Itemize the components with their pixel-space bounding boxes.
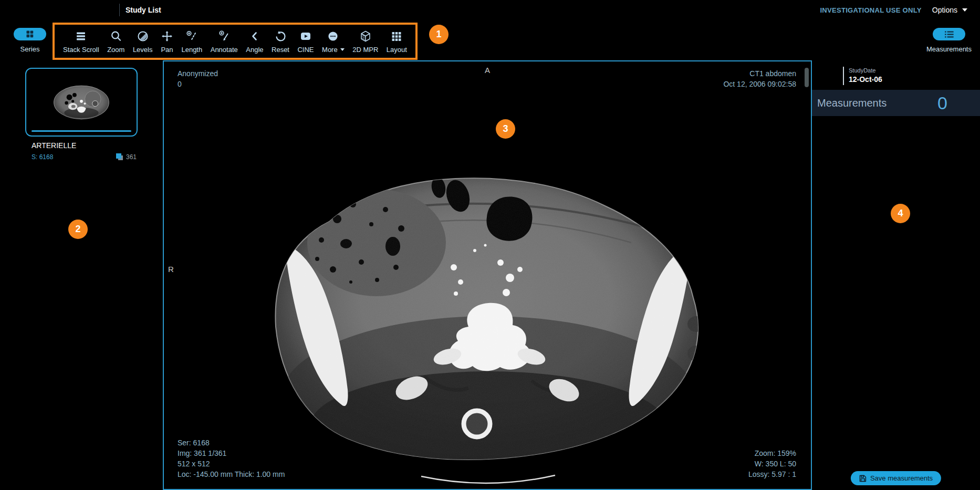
series-number: S: 6168 xyxy=(32,153,53,161)
pan-icon xyxy=(161,29,173,43)
save-measurements-button[interactable]: Save measurements xyxy=(851,471,941,485)
instance-count: 361 xyxy=(126,153,137,161)
series-panel-toggle-button[interactable] xyxy=(14,28,46,40)
series-title: ARTERIELLE xyxy=(23,141,140,150)
tool-label: Zoom xyxy=(107,46,124,54)
viewer-app: Study List INVESTIGATIONAL USE ONLY Opti… xyxy=(0,0,980,490)
study-date-block: StudyDate 12-Oct-06 xyxy=(843,67,980,85)
measurements-panel-toggle-group: Measurements xyxy=(925,28,973,53)
grid-2x2-icon xyxy=(26,30,34,38)
reset-icon xyxy=(274,29,287,43)
save-measurements-label: Save measurements xyxy=(870,474,933,482)
tool-levels[interactable]: Levels xyxy=(133,29,153,54)
more-icon xyxy=(327,29,339,43)
tool-label: Angle xyxy=(246,46,263,54)
main-content: ARTERIELLE S: 6168 361 xyxy=(0,60,980,490)
top-bar: Study List INVESTIGATIONAL USE ONLY Opti… xyxy=(0,0,980,20)
tool-label: Reset xyxy=(272,46,289,54)
tool-label: 2D MPR xyxy=(352,46,378,54)
annotate-icon xyxy=(218,29,231,43)
measurements-panel-toggle-button[interactable] xyxy=(933,28,965,40)
save-icon xyxy=(859,475,867,482)
series-panel-label: Series xyxy=(6,45,54,53)
tool-length[interactable]: Length xyxy=(181,29,202,54)
length-icon xyxy=(185,29,198,43)
topbar-right: INVESTIGATIONAL USE ONLY Options xyxy=(820,6,967,14)
chevron-down-icon xyxy=(340,48,345,51)
thumbnail-scroll-indicator xyxy=(32,130,131,132)
toolbar: Series Stack Scroll Zoom xyxy=(0,20,980,60)
tool-angle[interactable]: Angle xyxy=(246,29,263,54)
series-sidebar: ARTERIELLE S: 6168 361 xyxy=(0,60,163,490)
measurements-header: Measurements 0 xyxy=(812,90,980,116)
tool-layout[interactable]: Layout xyxy=(387,29,407,54)
measurements-panel: StudyDate 12-Oct-06 Measurements 0 Save … xyxy=(812,60,980,490)
measurements-title: Measurements xyxy=(817,97,887,109)
list-icon xyxy=(945,31,954,38)
tool-label: More xyxy=(322,46,345,54)
tool-label: Levels xyxy=(133,46,153,54)
tool-zoom[interactable]: Zoom xyxy=(107,29,124,54)
stack-scroll-icon xyxy=(75,29,87,43)
active-viewport[interactable]: Anonymized 0 CT1 abdomen Oct 12, 2006 09… xyxy=(163,60,812,490)
tool-label: Layout xyxy=(387,46,407,54)
study-date-value: 12-Oct-06 xyxy=(849,75,980,84)
zoom-icon xyxy=(110,29,122,43)
series-thumbnail[interactable] xyxy=(25,68,138,137)
series-thumbnail-image xyxy=(50,79,113,126)
tool-label: CINE xyxy=(297,46,314,54)
options-menu-button[interactable]: Options xyxy=(932,6,967,14)
investigational-use-label: INVESTIGATIONAL USE ONLY xyxy=(820,6,921,14)
viewport-scrollbar[interactable] xyxy=(805,68,809,87)
tool-stack-scroll[interactable]: Stack Scroll xyxy=(63,29,99,54)
measurements-count: 0 xyxy=(937,93,947,113)
tool-more[interactable]: More xyxy=(322,29,345,54)
measurements-panel-label: Measurements xyxy=(925,45,973,53)
instance-count-wrap: 361 xyxy=(116,153,137,161)
tool-label: Pan xyxy=(161,46,173,54)
study-date-label: StudyDate xyxy=(849,67,980,74)
image-stack-icon xyxy=(116,153,123,161)
cine-icon xyxy=(299,29,312,43)
levels-icon xyxy=(137,29,149,43)
series-panel-toggle-group: Series xyxy=(6,28,54,53)
series-info: ARTERIELLE S: 6168 361 xyxy=(23,141,140,161)
mpr-cube-icon xyxy=(359,29,372,43)
tool-annotate[interactable]: Annotate xyxy=(211,29,238,54)
study-list-link[interactable]: Study List xyxy=(126,6,161,14)
tool-pan[interactable]: Pan xyxy=(161,29,173,54)
angle-icon xyxy=(248,29,261,43)
ct-image xyxy=(164,61,811,489)
study-list-wrap: Study List xyxy=(119,4,161,16)
tool-label: Annotate xyxy=(211,46,238,54)
tools-annotation-outline: Stack Scroll Zoom Levels xyxy=(53,23,418,60)
chevron-down-icon xyxy=(962,8,967,12)
tool-reset[interactable]: Reset xyxy=(272,29,289,54)
tool-2d-mpr[interactable]: 2D MPR xyxy=(352,29,378,54)
series-meta: S: 6168 361 xyxy=(23,150,140,161)
tool-label: Stack Scroll xyxy=(63,46,99,54)
tool-cine[interactable]: CINE xyxy=(297,29,314,54)
options-label: Options xyxy=(932,6,957,14)
layout-grid-icon xyxy=(390,29,403,43)
tool-label-text: More xyxy=(322,46,338,54)
tool-label: Length xyxy=(181,46,202,54)
